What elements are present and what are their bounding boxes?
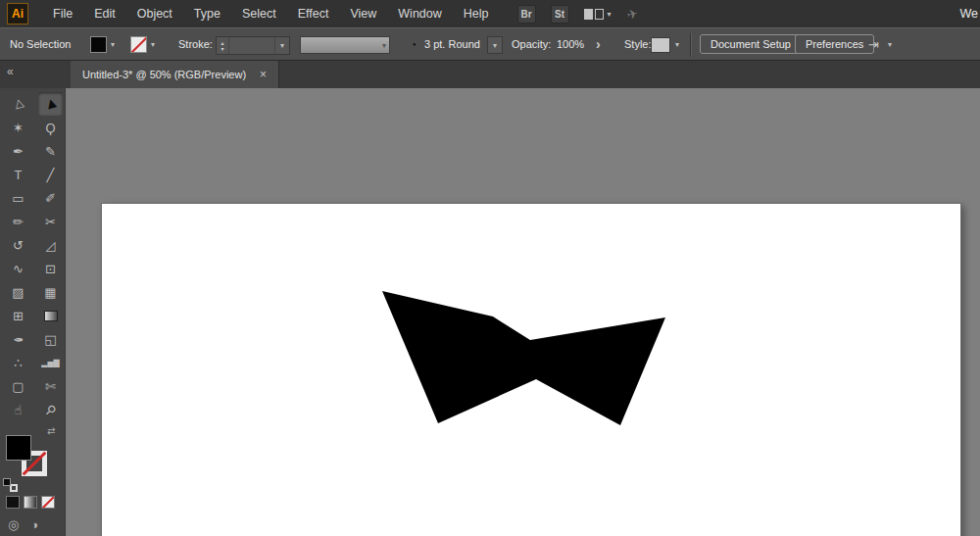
symbol-sprayer-tool[interactable]: ∴	[6, 351, 30, 374]
vector-shape-layer	[66, 88, 980, 536]
chevron-down-icon[interactable]: ▾	[608, 10, 612, 19]
blend-tool[interactable]: ◱	[38, 327, 63, 351]
rotate-tool[interactable]: ↺	[6, 233, 30, 257]
none-button[interactable]	[41, 496, 55, 509]
stock-icon[interactable]: St	[551, 5, 569, 24]
chevron-down-icon[interactable]: ▾	[888, 40, 892, 49]
topbar-icons: Br St ▾ ✈	[517, 5, 638, 24]
mesh-tool[interactable]: ⊞	[6, 304, 30, 327]
style-label[interactable]: Style:	[624, 38, 652, 50]
stroke-weight-field[interactable]	[229, 37, 274, 54]
app-logo-icon[interactable]: Ai	[7, 3, 28, 24]
document-tab-bar: « Untitled-3* @ 50% (RGB/Preview) ×	[0, 61, 980, 88]
workspace-text[interactable]: We	[959, 7, 978, 21]
zoom-tool[interactable]: ⚲	[38, 398, 63, 421]
stepper-arrows-icon[interactable]: ▴▾	[217, 37, 229, 54]
scissors-tool[interactable]: ✂	[38, 210, 63, 233]
color-button[interactable]	[6, 496, 20, 509]
line-segment-tool[interactable]: ╱	[38, 163, 63, 186]
opacity-panel-arrow-icon[interactable]: ›	[596, 36, 601, 52]
perspective-grid-tool[interactable]: ▦	[38, 280, 63, 304]
share-icon[interactable]: ✈	[625, 5, 639, 22]
chevron-down-icon[interactable]: ▾	[111, 40, 115, 49]
selection-status: No Selection	[10, 38, 71, 50]
tools-grid: ▷▶✶Ϙ✒✎T╱▭✐✏✂↺◿∿⊡▨▦⊞✒◱∴▂▅▇▢✄☝⚲	[0, 88, 65, 421]
scale-tool[interactable]: ◿	[38, 233, 63, 257]
draw-mode-icon[interactable]: ◑	[30, 517, 38, 532]
menu-view[interactable]: View	[339, 7, 387, 21]
stroke-weight-stepper[interactable]: ▴▾ ▾	[216, 36, 290, 55]
curvature-tool[interactable]: ✎	[38, 139, 63, 163]
fill-swatch-toolbar[interactable]	[6, 435, 31, 461]
align-options-icon[interactable]: ⇥	[868, 37, 879, 52]
swap-fill-stroke-icon[interactable]: ⇄	[47, 425, 55, 436]
direct-selection-tool[interactable]: ▷	[6, 92, 30, 116]
selection-tool[interactable]: ▶	[38, 92, 63, 116]
chevron-down-icon: ▾	[493, 41, 497, 50]
close-tab-icon[interactable]: ×	[260, 68, 267, 81]
width-profile-dropdown[interactable]: ▾	[300, 36, 390, 54]
preferences-button[interactable]: Preferences	[795, 34, 874, 54]
document-tab[interactable]: Untitled-3* @ 50% (RGB/Preview) ×	[71, 61, 279, 88]
control-bar: No Selection ▾ ▾ Stroke: ▴▾ ▾ ▾ ● 3 pt. …	[0, 27, 980, 61]
chevron-down-icon[interactable]: ▾	[675, 40, 679, 49]
brush-preview-icon: ●	[413, 41, 416, 47]
menu-object[interactable]: Object	[126, 7, 183, 21]
column-graph-tool[interactable]: ▂▅▇	[38, 351, 63, 374]
paintbrush-tool[interactable]: ✐	[38, 186, 63, 210]
style-swatch[interactable]	[651, 37, 670, 53]
collapse-panel-icon[interactable]: «	[7, 65, 14, 78]
divider	[690, 33, 691, 57]
gradient-button[interactable]	[24, 496, 37, 509]
artboard-tool[interactable]: ▢	[6, 374, 30, 398]
menu-edit[interactable]: Edit	[83, 7, 126, 21]
lasso-tool[interactable]: Ϙ	[38, 116, 63, 139]
tools-panel: ▷▶✶Ϙ✒✎T╱▭✐✏✂↺◿∿⊡▨▦⊞✒◱∴▂▅▇▢✄☝⚲ ⇄ ◎◑	[0, 88, 66, 536]
gradient-tool[interactable]	[38, 304, 63, 327]
screen-mode-icon[interactable]: ◎	[8, 517, 19, 532]
menu-bar: Ai FileEditObjectTypeSelectEffectViewWin…	[0, 0, 980, 27]
slice-tool[interactable]: ✄	[38, 374, 63, 398]
shaper-tool[interactable]: ✏	[6, 210, 30, 233]
document-tab-title: Untitled-3* @ 50% (RGB/Preview)	[82, 69, 246, 80]
stroke-weight-dropdown-icon[interactable]: ▾	[274, 37, 289, 54]
chevron-down-icon[interactable]: ▾	[151, 40, 155, 49]
default-fill-stroke-icon[interactable]	[3, 478, 18, 492]
free-transform-tool[interactable]: ⊡	[38, 257, 63, 280]
chevron-down-icon: ▾	[382, 41, 386, 50]
canvas-area[interactable]	[66, 88, 980, 536]
menu-type[interactable]: Type	[183, 7, 231, 21]
opacity-label[interactable]: Opacity:	[512, 38, 551, 50]
mode-icons: ◎◑	[8, 517, 38, 532]
rectangle-tool[interactable]: ▭	[6, 186, 30, 210]
menu-items: FileEditObjectTypeSelectEffectViewWindow…	[42, 7, 500, 21]
eyedropper-tool[interactable]: ✒	[6, 327, 30, 351]
fill-color-swatch[interactable]	[90, 36, 107, 53]
arrange-documents-icon[interactable]	[584, 9, 604, 20]
stroke-color-swatch[interactable]	[130, 36, 147, 53]
menu-file[interactable]: File	[42, 7, 83, 21]
brush-dropdown-button[interactable]: ▾	[487, 36, 503, 54]
menu-help[interactable]: Help	[453, 7, 500, 21]
brush-value[interactable]: 3 pt. Round	[424, 38, 480, 50]
document-setup-button[interactable]: Document Setup	[700, 34, 802, 54]
menu-effect[interactable]: Effect	[287, 7, 340, 21]
width-tool[interactable]: ∿	[6, 257, 30, 280]
menu-window[interactable]: Window	[387, 7, 452, 21]
opacity-value[interactable]: 100%	[557, 38, 584, 50]
menu-select[interactable]: Select	[231, 7, 287, 21]
magic-wand-tool[interactable]: ✶	[6, 116, 30, 139]
type-tool[interactable]: T	[6, 163, 30, 186]
bridge-icon[interactable]: Br	[517, 5, 536, 24]
shape-builder-tool[interactable]: ▨	[6, 280, 30, 304]
drawn-shape[interactable]	[382, 291, 665, 425]
color-mode-buttons	[6, 496, 55, 509]
pen-tool[interactable]: ✒	[6, 139, 30, 163]
stroke-label[interactable]: Stroke:	[178, 38, 213, 50]
hand-tool[interactable]: ☝	[6, 398, 30, 421]
